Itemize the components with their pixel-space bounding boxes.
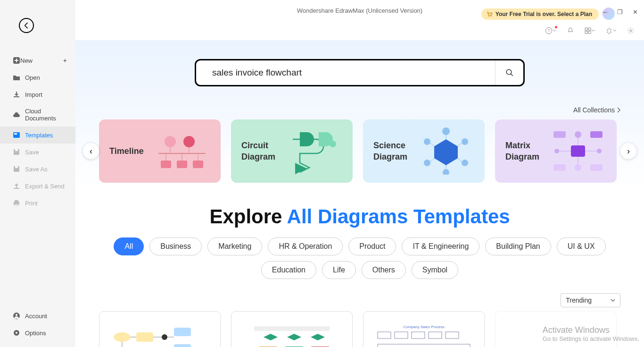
svg-rect-7 — [15, 200, 18, 202]
windows-activation-watermark: Activate Windows Go to Settings to activ… — [543, 325, 639, 342]
chip-business[interactable]: Business — [149, 237, 202, 255]
notifications-button[interactable] — [567, 27, 574, 34]
svg-rect-18 — [585, 28, 587, 30]
chip-marketing[interactable]: Marketing — [207, 237, 262, 255]
svg-point-57 — [597, 149, 602, 153]
plus-icon[interactable]: + — [63, 57, 67, 64]
trial-text: Your Free Trial is over. Select a Plan — [495, 11, 592, 17]
search-input[interactable] — [196, 60, 495, 85]
chip-education[interactable]: Education — [261, 261, 316, 279]
svg-point-64 — [162, 334, 167, 340]
template-thumbnail[interactable]: Company Sales Process — [363, 311, 485, 347]
svg-line-48 — [430, 143, 434, 146]
cloud-icon — [13, 111, 20, 118]
svg-point-54 — [575, 164, 581, 171]
chip-symbol[interactable]: Symbol — [412, 261, 458, 279]
chip-all[interactable]: All — [114, 237, 144, 255]
cart-icon — [486, 11, 493, 17]
maximize-button[interactable]: ❐ — [617, 8, 623, 15]
svg-rect-30 — [177, 161, 187, 168]
svg-rect-21 — [588, 31, 591, 34]
search-button[interactable] — [495, 60, 523, 85]
svg-point-25 — [165, 136, 176, 147]
svg-rect-2 — [14, 133, 17, 135]
chip-life[interactable]: Life — [322, 261, 356, 279]
gear-icon — [13, 329, 20, 337]
sort-select[interactable]: Trending — [561, 293, 620, 307]
close-button[interactable]: ✕ — [632, 8, 638, 15]
sidebar-label-save: Save — [25, 149, 39, 156]
saveas-icon — [13, 165, 20, 173]
chevron-down-icon — [553, 29, 556, 33]
sidebar-item-saveas[interactable]: Save As — [0, 161, 75, 178]
template-thumbnail[interactable] — [99, 311, 221, 347]
chip-others[interactable]: Others — [362, 261, 406, 279]
trial-banner[interactable]: Your Free Trial is over. Select a Plan — [481, 8, 599, 20]
settings-button[interactable] — [627, 27, 635, 34]
sidebar-item-account[interactable]: Account — [0, 307, 75, 324]
back-button[interactable] — [19, 18, 34, 33]
template-thumbnail[interactable] — [231, 311, 353, 347]
sidebar-item-templates[interactable]: Templates — [0, 127, 75, 144]
watermark-line2: Go to Settings to activate Windows. — [543, 335, 639, 342]
svg-point-62 — [114, 332, 131, 342]
svg-rect-78 — [395, 332, 408, 339]
titlebar: Wondershare EdrawMax (Unlicensed Version… — [75, 0, 644, 21]
sidebar-item-import[interactable]: Import — [0, 86, 75, 103]
chip-building-plan[interactable]: Building Plan — [485, 237, 551, 255]
theme-button[interactable] — [605, 27, 617, 34]
chevron-down-icon — [591, 29, 595, 33]
svg-rect-80 — [429, 332, 442, 339]
sidebar-item-new[interactable]: New + — [0, 52, 75, 69]
all-collections-link[interactable]: All Collections — [99, 106, 620, 114]
svg-point-13 — [16, 332, 17, 334]
help-button[interactable]: ? — [545, 27, 556, 34]
carousel-prev-button[interactable]: ‹ — [83, 143, 99, 159]
svg-point-37 — [442, 127, 450, 135]
sidebar-label-saveas: Save As — [25, 166, 48, 173]
search-box — [195, 59, 525, 86]
matrix-graphic-icon — [550, 127, 606, 175]
chevron-down-icon — [613, 29, 617, 33]
svg-point-26 — [183, 136, 195, 147]
chip-it-engineering[interactable]: IT & Engineering — [402, 237, 479, 255]
category-chips: All Business Marketing HR & Operation Pr… — [99, 237, 620, 279]
svg-marker-36 — [434, 139, 458, 165]
sidebar-item-open[interactable]: Open — [0, 69, 75, 86]
svg-point-56 — [554, 149, 559, 153]
sidebar-label-open: Open — [25, 74, 40, 81]
templates-icon — [13, 131, 20, 139]
secondary-toolbar: ? — [75, 21, 644, 40]
svg-marker-69 — [264, 334, 278, 340]
sidebar-item-options[interactable]: Options — [0, 324, 75, 341]
card-title-circuit: Circuit Diagram — [241, 140, 275, 163]
svg-rect-6 — [15, 166, 18, 168]
sidebar-item-print[interactable]: Print — [0, 195, 75, 212]
minimize-button[interactable]: ─ — [602, 8, 608, 15]
category-card-circuit[interactable]: Circuit Diagram — [231, 119, 353, 183]
svg-rect-49 — [571, 145, 585, 157]
sidebar-item-save[interactable]: Save — [0, 144, 75, 161]
sidebar-item-cloud[interactable]: Cloud Documents — [0, 103, 75, 127]
chip-ui-ux[interactable]: UI & UX — [557, 237, 606, 255]
chip-hr-operation[interactable]: HR & Operation — [268, 237, 343, 255]
sort-value: Trending — [566, 296, 592, 304]
chip-product[interactable]: Product — [348, 237, 396, 255]
carousel-next-button[interactable]: › — [620, 143, 636, 159]
explore-accent: All Diagrams Templates — [287, 205, 510, 228]
category-card-science[interactable]: Science Diagram — [363, 119, 485, 183]
plus-square-icon — [13, 57, 20, 64]
svg-rect-9 — [15, 204, 18, 206]
all-collections-label: All Collections — [573, 106, 615, 114]
category-card-timeline[interactable]: Timeline — [99, 119, 221, 183]
svg-rect-63 — [136, 332, 153, 342]
sidebar-item-export[interactable]: Export & Send — [0, 178, 75, 195]
watermark-line1: Activate Windows — [543, 325, 639, 335]
svg-rect-79 — [412, 332, 425, 339]
sidebar-label-account: Account — [25, 313, 47, 320]
svg-text:Company Sales Process: Company Sales Process — [403, 325, 445, 329]
svg-rect-1 — [13, 132, 20, 138]
apps-button[interactable] — [585, 27, 595, 34]
folder-icon — [13, 74, 20, 81]
category-card-matrix[interactable]: Matrix Diagram — [495, 119, 617, 183]
